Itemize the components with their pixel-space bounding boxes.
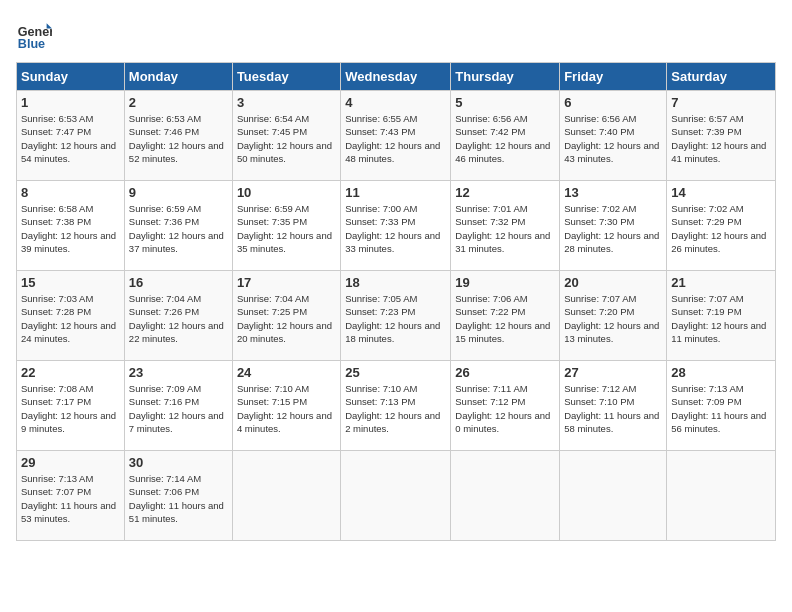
- day-number: 18: [345, 275, 446, 290]
- calendar-week-row: 1 Sunrise: 6:53 AMSunset: 7:47 PMDayligh…: [17, 91, 776, 181]
- day-info: Sunrise: 7:13 AMSunset: 7:07 PMDaylight:…: [21, 472, 120, 525]
- day-number: 4: [345, 95, 446, 110]
- day-info: Sunrise: 7:05 AMSunset: 7:23 PMDaylight:…: [345, 292, 446, 345]
- day-number: 9: [129, 185, 228, 200]
- svg-text:Blue: Blue: [18, 37, 45, 51]
- calendar-table: Sunday Monday Tuesday Wednesday Thursday…: [16, 62, 776, 541]
- day-info: Sunrise: 7:02 AMSunset: 7:29 PMDaylight:…: [671, 202, 771, 255]
- day-number: 22: [21, 365, 120, 380]
- day-info: Sunrise: 7:11 AMSunset: 7:12 PMDaylight:…: [455, 382, 555, 435]
- calendar-week-row: 15 Sunrise: 7:03 AMSunset: 7:28 PMDaylig…: [17, 271, 776, 361]
- calendar-day-cell: 26 Sunrise: 7:11 AMSunset: 7:12 PMDaylig…: [451, 361, 560, 451]
- header-tuesday: Tuesday: [232, 63, 340, 91]
- calendar-day-cell: 17 Sunrise: 7:04 AMSunset: 7:25 PMDaylig…: [232, 271, 340, 361]
- calendar-day-cell: 27 Sunrise: 7:12 AMSunset: 7:10 PMDaylig…: [560, 361, 667, 451]
- day-number: 11: [345, 185, 446, 200]
- calendar-day-cell: 12 Sunrise: 7:01 AMSunset: 7:32 PMDaylig…: [451, 181, 560, 271]
- day-number: 5: [455, 95, 555, 110]
- day-info: Sunrise: 7:04 AMSunset: 7:26 PMDaylight:…: [129, 292, 228, 345]
- calendar-day-cell: [232, 451, 340, 541]
- day-info: Sunrise: 7:10 AMSunset: 7:15 PMDaylight:…: [237, 382, 336, 435]
- calendar-day-cell: [451, 451, 560, 541]
- calendar-day-cell: 7 Sunrise: 6:57 AMSunset: 7:39 PMDayligh…: [667, 91, 776, 181]
- day-number: 16: [129, 275, 228, 290]
- calendar-day-cell: 15 Sunrise: 7:03 AMSunset: 7:28 PMDaylig…: [17, 271, 125, 361]
- day-info: Sunrise: 7:04 AMSunset: 7:25 PMDaylight:…: [237, 292, 336, 345]
- calendar-day-cell: [667, 451, 776, 541]
- day-number: 24: [237, 365, 336, 380]
- day-number: 12: [455, 185, 555, 200]
- day-number: 25: [345, 365, 446, 380]
- day-info: Sunrise: 6:54 AMSunset: 7:45 PMDaylight:…: [237, 112, 336, 165]
- day-number: 23: [129, 365, 228, 380]
- day-number: 30: [129, 455, 228, 470]
- page-header: General Blue: [16, 16, 776, 52]
- day-info: Sunrise: 7:01 AMSunset: 7:32 PMDaylight:…: [455, 202, 555, 255]
- day-info: Sunrise: 7:03 AMSunset: 7:28 PMDaylight:…: [21, 292, 120, 345]
- calendar-day-cell: [560, 451, 667, 541]
- day-info: Sunrise: 6:59 AMSunset: 7:36 PMDaylight:…: [129, 202, 228, 255]
- day-number: 1: [21, 95, 120, 110]
- day-number: 28: [671, 365, 771, 380]
- calendar-day-cell: 16 Sunrise: 7:04 AMSunset: 7:26 PMDaylig…: [124, 271, 232, 361]
- calendar-day-cell: [341, 451, 451, 541]
- calendar-day-cell: 22 Sunrise: 7:08 AMSunset: 7:17 PMDaylig…: [17, 361, 125, 451]
- calendar-day-cell: 20 Sunrise: 7:07 AMSunset: 7:20 PMDaylig…: [560, 271, 667, 361]
- day-number: 20: [564, 275, 662, 290]
- day-info: Sunrise: 7:08 AMSunset: 7:17 PMDaylight:…: [21, 382, 120, 435]
- calendar-day-cell: 8 Sunrise: 6:58 AMSunset: 7:38 PMDayligh…: [17, 181, 125, 271]
- calendar-day-cell: 19 Sunrise: 7:06 AMSunset: 7:22 PMDaylig…: [451, 271, 560, 361]
- calendar-day-cell: 1 Sunrise: 6:53 AMSunset: 7:47 PMDayligh…: [17, 91, 125, 181]
- day-info: Sunrise: 6:56 AMSunset: 7:40 PMDaylight:…: [564, 112, 662, 165]
- header-friday: Friday: [560, 63, 667, 91]
- day-info: Sunrise: 7:10 AMSunset: 7:13 PMDaylight:…: [345, 382, 446, 435]
- day-info: Sunrise: 7:06 AMSunset: 7:22 PMDaylight:…: [455, 292, 555, 345]
- day-number: 29: [21, 455, 120, 470]
- day-number: 14: [671, 185, 771, 200]
- day-number: 17: [237, 275, 336, 290]
- day-number: 27: [564, 365, 662, 380]
- calendar-day-cell: 21 Sunrise: 7:07 AMSunset: 7:19 PMDaylig…: [667, 271, 776, 361]
- logo: General Blue: [16, 16, 52, 52]
- day-number: 13: [564, 185, 662, 200]
- day-info: Sunrise: 7:13 AMSunset: 7:09 PMDaylight:…: [671, 382, 771, 435]
- day-info: Sunrise: 6:57 AMSunset: 7:39 PMDaylight:…: [671, 112, 771, 165]
- day-number: 3: [237, 95, 336, 110]
- header-wednesday: Wednesday: [341, 63, 451, 91]
- calendar-day-cell: 10 Sunrise: 6:59 AMSunset: 7:35 PMDaylig…: [232, 181, 340, 271]
- day-info: Sunrise: 7:14 AMSunset: 7:06 PMDaylight:…: [129, 472, 228, 525]
- calendar-week-row: 8 Sunrise: 6:58 AMSunset: 7:38 PMDayligh…: [17, 181, 776, 271]
- header-sunday: Sunday: [17, 63, 125, 91]
- calendar-day-cell: 9 Sunrise: 6:59 AMSunset: 7:36 PMDayligh…: [124, 181, 232, 271]
- calendar-day-cell: 23 Sunrise: 7:09 AMSunset: 7:16 PMDaylig…: [124, 361, 232, 451]
- calendar-week-row: 22 Sunrise: 7:08 AMSunset: 7:17 PMDaylig…: [17, 361, 776, 451]
- calendar-day-cell: 5 Sunrise: 6:56 AMSunset: 7:42 PMDayligh…: [451, 91, 560, 181]
- calendar-header-row: Sunday Monday Tuesday Wednesday Thursday…: [17, 63, 776, 91]
- calendar-day-cell: 18 Sunrise: 7:05 AMSunset: 7:23 PMDaylig…: [341, 271, 451, 361]
- header-saturday: Saturday: [667, 63, 776, 91]
- day-info: Sunrise: 6:55 AMSunset: 7:43 PMDaylight:…: [345, 112, 446, 165]
- day-number: 19: [455, 275, 555, 290]
- calendar-day-cell: 14 Sunrise: 7:02 AMSunset: 7:29 PMDaylig…: [667, 181, 776, 271]
- calendar-day-cell: 11 Sunrise: 7:00 AMSunset: 7:33 PMDaylig…: [341, 181, 451, 271]
- day-number: 8: [21, 185, 120, 200]
- calendar-day-cell: 2 Sunrise: 6:53 AMSunset: 7:46 PMDayligh…: [124, 91, 232, 181]
- day-info: Sunrise: 6:56 AMSunset: 7:42 PMDaylight:…: [455, 112, 555, 165]
- header-thursday: Thursday: [451, 63, 560, 91]
- calendar-day-cell: 6 Sunrise: 6:56 AMSunset: 7:40 PMDayligh…: [560, 91, 667, 181]
- calendar-day-cell: 4 Sunrise: 6:55 AMSunset: 7:43 PMDayligh…: [341, 91, 451, 181]
- day-info: Sunrise: 6:59 AMSunset: 7:35 PMDaylight:…: [237, 202, 336, 255]
- day-info: Sunrise: 7:00 AMSunset: 7:33 PMDaylight:…: [345, 202, 446, 255]
- calendar-day-cell: 24 Sunrise: 7:10 AMSunset: 7:15 PMDaylig…: [232, 361, 340, 451]
- day-number: 21: [671, 275, 771, 290]
- day-info: Sunrise: 6:53 AMSunset: 7:47 PMDaylight:…: [21, 112, 120, 165]
- day-number: 6: [564, 95, 662, 110]
- calendar-day-cell: 28 Sunrise: 7:13 AMSunset: 7:09 PMDaylig…: [667, 361, 776, 451]
- calendar-day-cell: 30 Sunrise: 7:14 AMSunset: 7:06 PMDaylig…: [124, 451, 232, 541]
- day-info: Sunrise: 7:07 AMSunset: 7:19 PMDaylight:…: [671, 292, 771, 345]
- day-info: Sunrise: 7:09 AMSunset: 7:16 PMDaylight:…: [129, 382, 228, 435]
- day-info: Sunrise: 7:12 AMSunset: 7:10 PMDaylight:…: [564, 382, 662, 435]
- day-info: Sunrise: 6:58 AMSunset: 7:38 PMDaylight:…: [21, 202, 120, 255]
- day-info: Sunrise: 6:53 AMSunset: 7:46 PMDaylight:…: [129, 112, 228, 165]
- calendar-day-cell: 25 Sunrise: 7:10 AMSunset: 7:13 PMDaylig…: [341, 361, 451, 451]
